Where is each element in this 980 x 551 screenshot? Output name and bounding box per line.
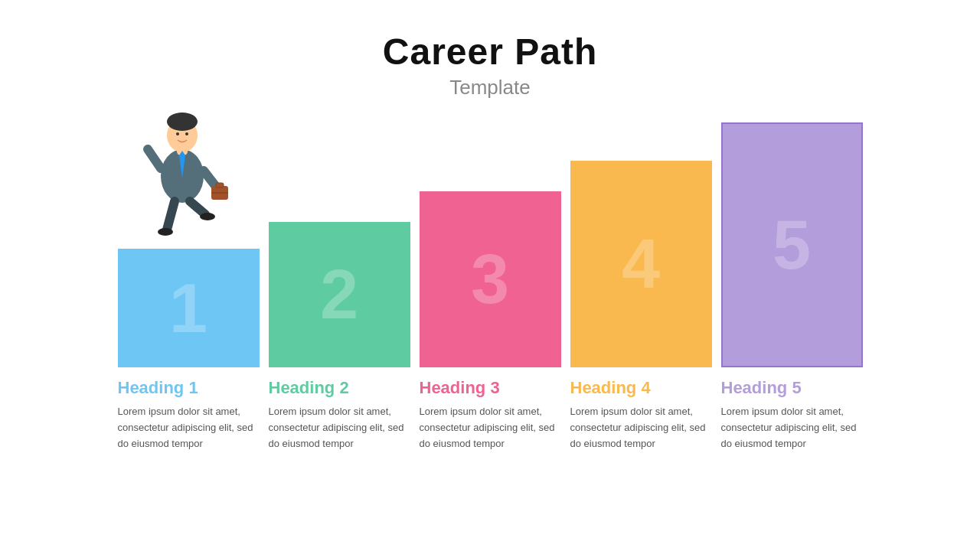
svg-line-6 <box>148 149 161 168</box>
col-heading-3: Heading 3 <box>420 378 561 398</box>
column-info-2: Heading 2 Lorem ipsum dolor sit amet, co… <box>269 378 410 452</box>
bar-2: 2 <box>269 222 410 367</box>
bar-number-2: 2 <box>320 260 358 329</box>
bar-5: 5 <box>721 122 863 367</box>
column-info-5: Heading 5 Lorem ipsum dolor sit amet, co… <box>721 378 863 452</box>
column-info-4: Heading 4 Lorem ipsum dolor sit amet, co… <box>570 378 712 452</box>
main-title: Career Path <box>383 31 597 73</box>
svg-line-11 <box>167 201 175 230</box>
svg-line-7 <box>204 171 217 187</box>
col-heading-1: Heading 1 <box>118 378 260 398</box>
column-4: 4 Heading 4 Lorem ipsum dolor sit amet, … <box>570 161 712 452</box>
svg-rect-9 <box>216 183 224 187</box>
title-section: Career Path Template <box>383 31 597 99</box>
col-heading-2: Heading 2 <box>269 378 410 398</box>
bar-number-1: 1 <box>169 274 207 343</box>
bar-container-2: 2 <box>269 222 410 367</box>
col-heading-4: Heading 4 <box>570 378 712 398</box>
col-text-1: Lorem ipsum dolor sit amet, consectetur … <box>118 404 260 452</box>
bar-container-3: 3 <box>420 191 561 367</box>
bar-container-1: 1 <box>118 249 260 367</box>
svg-line-12 <box>190 201 205 214</box>
subtitle: Template <box>383 76 597 99</box>
svg-point-4 <box>176 132 179 135</box>
bar-number-5: 5 <box>773 210 811 279</box>
col-text-4: Lorem ipsum dolor sit amet, consectetur … <box>570 404 712 452</box>
column-info-1: Heading 1 Lorem ipsum dolor sit amet, co… <box>118 378 260 452</box>
column-5: 5 Heading 5 Lorem ipsum dolor sit amet, … <box>721 122 863 452</box>
col-text-5: Lorem ipsum dolor sit amet, consectetur … <box>721 404 863 452</box>
svg-point-5 <box>185 132 188 135</box>
column-info-3: Heading 3 Lorem ipsum dolor sit amet, co… <box>420 378 561 452</box>
bar-container-4: 4 <box>570 161 712 367</box>
column-1: 1 Heading 1 Lorem ipsum dolor sit amet, … <box>118 249 260 452</box>
bar-4: 4 <box>570 161 712 367</box>
col-text-2: Lorem ipsum dolor sit amet, consectetur … <box>269 404 410 452</box>
bar-3: 3 <box>420 191 561 367</box>
svg-point-14 <box>200 213 215 220</box>
bar-number-3: 3 <box>471 245 509 314</box>
person-illustration <box>121 88 243 249</box>
slide: Career Path Template <box>0 0 980 551</box>
bar-container-5: 5 <box>721 122 863 367</box>
svg-point-13 <box>158 228 173 236</box>
col-text-3: Lorem ipsum dolor sit amet, consectetur … <box>420 404 561 452</box>
column-3: 3 Heading 3 Lorem ipsum dolor sit amet, … <box>420 191 561 452</box>
col-heading-5: Heading 5 <box>721 378 863 398</box>
content-area: 1 Heading 1 Lorem ipsum dolor sit amet, … <box>0 122 980 452</box>
svg-point-3 <box>167 112 198 131</box>
column-2: 2 Heading 2 Lorem ipsum dolor sit amet, … <box>269 222 410 452</box>
bar-number-4: 4 <box>622 230 660 298</box>
bar-1: 1 <box>118 249 260 367</box>
